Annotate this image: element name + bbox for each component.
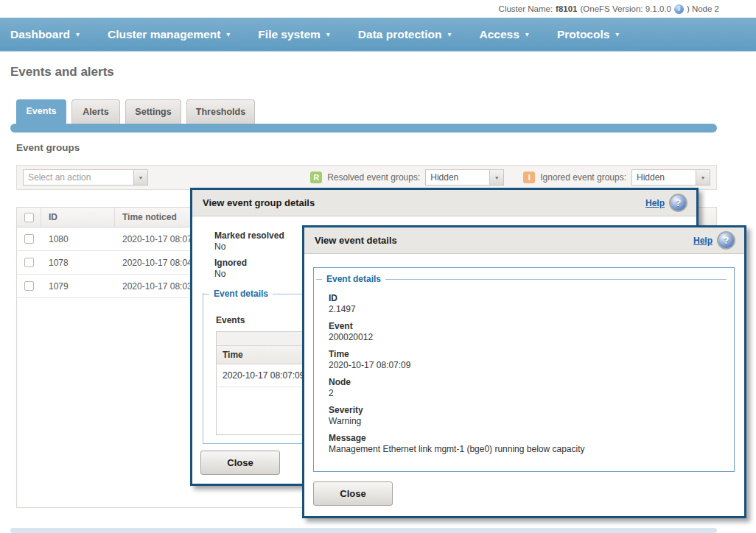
nav-access-label: Access (480, 28, 519, 41)
caret-down-icon: ▾ (615, 30, 619, 38)
close-button[interactable]: Close (313, 481, 393, 506)
action-select[interactable]: Select an action ▼ (23, 169, 150, 186)
row-id: 1080 (41, 234, 115, 244)
info-icon[interactable]: i (674, 4, 684, 14)
event-groups-heading: Event groups (16, 142, 80, 153)
section-legend: Event details (326, 274, 381, 284)
resolved-filter-value: Hidden (425, 169, 489, 186)
nav-dashboard-label: Dashboard (10, 28, 70, 41)
caret-down-icon: ▾ (448, 30, 452, 38)
dropdown-arrow-icon[interactable]: ▼ (489, 169, 504, 186)
marked-resolved-label: Marked resolved (214, 230, 284, 241)
nav-protocols[interactable]: Protocols ▾ (543, 28, 634, 41)
help-icon[interactable]: ? (669, 194, 687, 212)
nav-data-protection-label: Data protection (358, 28, 442, 41)
ignored-filter-value: Hidden (631, 169, 696, 186)
node-label: Node (329, 377, 719, 388)
events-label: Events (216, 315, 245, 325)
nav-file-system[interactable]: File system ▾ (244, 28, 343, 41)
dialog-title: View event group details (203, 197, 315, 208)
select-all-checkbox[interactable] (24, 213, 34, 222)
severity-value: Warning (329, 416, 719, 427)
marked-resolved-value: No (214, 241, 284, 253)
tab-bar: Events Alerts Settings Thresholds (16, 99, 255, 124)
ignored-filter-select[interactable]: Hidden ▼ (631, 169, 710, 186)
resolved-filter-label: Resolved event groups: (327, 172, 420, 183)
dialog-body: Event details ID 2.1497 Event 200020012 … (304, 254, 744, 516)
nav-protocols-label: Protocols (557, 28, 609, 41)
row-id: 1079 (41, 281, 115, 292)
dialog-header: View event details Help ? (304, 227, 744, 254)
main-navbar: Dashboard ▾ Cluster management ▾ File sy… (0, 18, 756, 52)
nav-file-system-label: File system (258, 28, 320, 41)
row-checkbox[interactable] (24, 281, 34, 291)
severity-label: Severity (329, 405, 719, 416)
dialog-header: View event group details Help ? (192, 190, 696, 216)
ignored-value: No (214, 269, 247, 280)
message-value: Management Ethernet link mgmt-1 (bge0) r… (329, 444, 719, 455)
close-button[interactable]: Close (200, 451, 280, 475)
event-label: Event (329, 321, 719, 332)
id-value: 2.1497 (329, 304, 719, 315)
nav-access[interactable]: Access ▾ (466, 28, 543, 41)
help-icon[interactable]: ? (717, 231, 735, 250)
column-header-id[interactable]: ID (41, 208, 115, 227)
resolved-badge-icon: R (310, 172, 322, 183)
dialog-title: View event details (315, 235, 397, 246)
cluster-name-label: Cluster Name: (499, 4, 553, 13)
tab-alerts[interactable]: Alerts (71, 99, 120, 124)
event-groups-toolbar: Select an action ▼ R Resolved event grou… (16, 165, 717, 190)
ignored-badge-icon: I (523, 172, 535, 183)
caret-down-icon: ▾ (326, 30, 330, 38)
id-label: ID (329, 293, 719, 304)
view-event-details-dialog: View event details Help ? Event details … (302, 225, 746, 518)
page-title: Events and alerts (10, 65, 114, 80)
onefs-version-text: (OneFS Version: 9.1.0.0 (581, 4, 671, 13)
dropdown-arrow-icon[interactable]: ▼ (696, 169, 710, 186)
row-checkbox[interactable] (24, 234, 34, 244)
filter-controls: R Resolved event groups: Hidden ▼ I Igno… (310, 169, 710, 186)
help-link[interactable]: Help (645, 198, 665, 208)
nav-dashboard[interactable]: Dashboard ▾ (10, 28, 94, 41)
event-value: 200020012 (329, 332, 719, 343)
ignored-label: Ignored (214, 258, 247, 269)
nav-cluster-management[interactable]: Cluster management ▾ (94, 28, 244, 41)
time-label: Time (329, 349, 719, 360)
node-text: ) Node 2 (687, 4, 719, 13)
row-id: 1078 (41, 258, 115, 268)
caret-down-icon: ▾ (76, 30, 80, 38)
onefs-admin-page: Cluster Name: f8101 (OneFS Version: 9.1.… (0, 0, 756, 533)
caret-down-icon: ▾ (226, 30, 230, 38)
tab-thresholds[interactable]: Thresholds (186, 99, 255, 124)
action-select-value: Select an action (23, 169, 133, 186)
time-value: 2020-10-17 08:07:09 (329, 360, 719, 371)
cluster-topbar: Cluster Name: f8101 (OneFS Version: 9.1.… (0, 0, 756, 18)
caret-down-icon: ▾ (525, 30, 529, 38)
message-label: Message (329, 433, 719, 444)
nav-data-protection[interactable]: Data protection ▾ (344, 28, 466, 41)
dropdown-arrow-icon[interactable]: ▼ (133, 169, 148, 186)
tab-underline-bar (10, 124, 717, 133)
tab-settings[interactable]: Settings (125, 99, 181, 124)
cluster-name-value: f8101 (556, 4, 577, 13)
tab-events[interactable]: Events (16, 99, 66, 124)
resolved-filter-select[interactable]: Hidden ▼ (425, 169, 504, 186)
content-bottom-bar (10, 528, 717, 533)
ignored-filter-label: Ignored event groups: (540, 172, 626, 183)
help-link[interactable]: Help (693, 236, 713, 246)
event-details-section: Event details ID 2.1497 Event 200020012 … (313, 267, 735, 472)
section-legend: Event details (214, 289, 268, 299)
row-checkbox[interactable] (24, 258, 34, 267)
node-value: 2 (329, 388, 719, 399)
nav-cluster-management-label: Cluster management (108, 28, 220, 41)
